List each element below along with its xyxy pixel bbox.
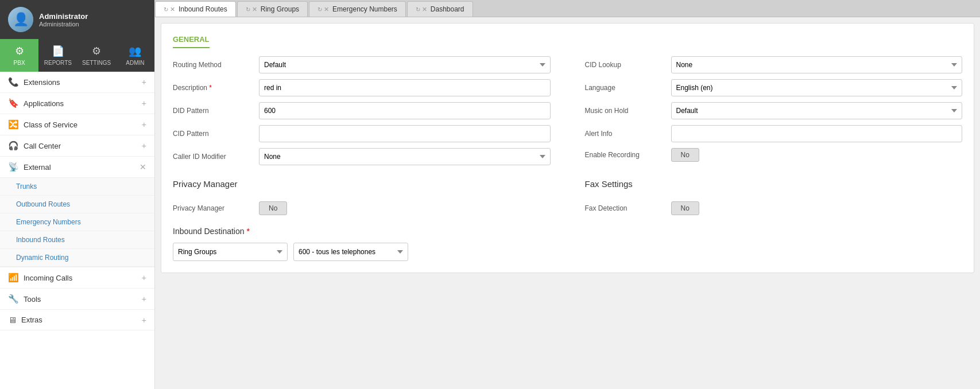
external-x-icon: ✕ bbox=[140, 162, 146, 172]
nav-reports[interactable]: 📄 REPORTS bbox=[38, 39, 77, 72]
tab-dashboard-refresh-icon[interactable]: ↻ bbox=[416, 6, 420, 13]
cid-lookup-label: CID Lookup bbox=[585, 61, 665, 69]
extras-plus-icon: + bbox=[142, 316, 146, 325]
content-area: GENERAL Routing Method Default Custom bbox=[155, 17, 980, 389]
caller-id-modifier-row: Caller ID Modifier None Custom bbox=[173, 148, 551, 165]
form-col-left: Routing Method Default Custom Descriptio… bbox=[173, 56, 568, 165]
fax-detection-label: Fax Detection bbox=[585, 204, 665, 212]
ic-plus-icon: + bbox=[142, 273, 146, 282]
avatar bbox=[8, 7, 33, 32]
reports-icon: 📄 bbox=[52, 45, 64, 57]
nav-pbx[interactable]: ⚙ PBX bbox=[0, 39, 38, 72]
tab-emergency-numbers-close-icon[interactable]: ✕ bbox=[324, 6, 329, 13]
user-header: Administrator Administration bbox=[0, 0, 154, 39]
pbx-icon: ⚙ bbox=[15, 45, 24, 57]
sidebar-item-applications[interactable]: 🔖 Applications + bbox=[0, 93, 154, 114]
tab-inbound-routes-label: Inbound Routes bbox=[179, 5, 227, 13]
inbound-destination-label: Inbound Destination * bbox=[173, 227, 962, 236]
tab-emergency-numbers-label: Emergency Numbers bbox=[332, 5, 397, 13]
call-center-label: Call Center bbox=[24, 142, 61, 150]
form-col-right: CID Lookup None Custom Language English … bbox=[568, 56, 963, 165]
alert-info-input[interactable] bbox=[671, 125, 963, 142]
applications-label: Applications bbox=[24, 99, 64, 108]
submenu-inbound-routes[interactable]: Inbound Routes bbox=[0, 231, 154, 249]
external-submenu: Trunks Outbound Routes Emergency Numbers… bbox=[0, 178, 154, 267]
music-on-hold-label: Music on Hold bbox=[585, 107, 665, 115]
sidebar-item-call-center[interactable]: 🎧 Call Center + bbox=[0, 135, 154, 157]
settings-icon: ⚙ bbox=[92, 45, 101, 57]
user-role: Administration bbox=[39, 21, 88, 28]
submenu-outbound-routes[interactable]: Outbound Routes bbox=[0, 196, 154, 213]
tab-dashboard[interactable]: ↻ ✕ Dashboard bbox=[407, 1, 473, 17]
description-input[interactable] bbox=[259, 79, 551, 96]
form-panel: GENERAL Routing Method Default Custom bbox=[161, 23, 974, 273]
main-area: ↻ ✕ Inbound Routes ↻ ✕ Ring Groups ↻ ✕ E… bbox=[155, 0, 980, 389]
tab-inbound-routes-refresh-icon[interactable]: ↻ bbox=[164, 6, 168, 13]
music-on-hold-select[interactable]: Default None bbox=[671, 102, 963, 119]
cid-pattern-input[interactable] bbox=[259, 125, 551, 142]
did-pattern-row: DID Pattern bbox=[173, 102, 551, 119]
admin-icon: 👥 bbox=[129, 45, 141, 57]
sidebar-item-external[interactable]: 📡 External ✕ bbox=[0, 157, 154, 178]
did-pattern-input[interactable] bbox=[259, 102, 551, 119]
privacy-manager-field-row: Privacy Manager No bbox=[173, 201, 551, 215]
tab-ring-groups-refresh-icon[interactable]: ↻ bbox=[246, 6, 250, 13]
external-icon: 📡 bbox=[8, 162, 19, 172]
nav-admin[interactable]: 👥 ADMIN bbox=[116, 39, 154, 72]
submenu-trunks[interactable]: Trunks bbox=[0, 178, 154, 196]
cid-lookup-row: CID Lookup None Custom bbox=[585, 56, 963, 73]
alert-info-label: Alert Info bbox=[585, 130, 665, 138]
language-select[interactable]: English (en) French (fr) bbox=[671, 79, 963, 96]
nav-icon-row: ⚙ PBX 📄 REPORTS ⚙ SETTINGS 👥 ADMIN bbox=[0, 39, 154, 72]
privacy-manager-toggle[interactable]: No bbox=[259, 201, 287, 215]
tab-emergency-numbers[interactable]: ↻ ✕ Emergency Numbers bbox=[309, 1, 406, 17]
sidebar-item-extensions[interactable]: 📞 Extensions + bbox=[0, 72, 154, 93]
description-row: Description bbox=[173, 79, 551, 96]
fax-detection-field-row: Fax Detection No bbox=[585, 201, 963, 215]
sidebar: Administrator Administration ⚙ PBX 📄 REP… bbox=[0, 0, 155, 389]
applications-icon: 🔖 bbox=[8, 98, 19, 108]
menu-items: 📞 Extensions + 🔖 Applications + 🔀 Class … bbox=[0, 72, 154, 330]
privacy-fax-row: Privacy Manager Privacy Manager No Fax S… bbox=[173, 177, 962, 215]
inbound-dest-type-select[interactable]: Ring Groups Extensions Voicemail bbox=[173, 243, 288, 261]
alert-info-row: Alert Info bbox=[585, 125, 963, 142]
nav-settings[interactable]: ⚙ SETTINGS bbox=[78, 39, 116, 72]
nav-reports-label: REPORTS bbox=[44, 60, 72, 66]
nav-pbx-label: PBX bbox=[14, 60, 25, 66]
tab-emergency-numbers-refresh-icon[interactable]: ↻ bbox=[317, 6, 322, 13]
caller-id-modifier-select[interactable]: None Custom bbox=[259, 148, 551, 165]
sidebar-item-class-of-service[interactable]: 🔀 Class of Service + bbox=[0, 114, 154, 135]
tab-dashboard-label: Dashboard bbox=[431, 5, 464, 13]
tools-label: Tools bbox=[24, 295, 41, 304]
tab-ring-groups-close-icon[interactable]: ✕ bbox=[252, 6, 257, 13]
sidebar-item-tools[interactable]: 🔧 Tools + bbox=[0, 289, 154, 310]
submenu-emergency-numbers[interactable]: Emergency Numbers bbox=[0, 213, 154, 231]
tab-ring-groups-label: Ring Groups bbox=[261, 5, 299, 13]
dynamic-routing-label: Dynamic Routing bbox=[16, 254, 68, 262]
incoming-calls-label: Incoming Calls bbox=[24, 274, 72, 282]
tools-plus-icon: + bbox=[142, 294, 146, 304]
cid-lookup-select[interactable]: None Custom bbox=[671, 56, 963, 73]
tab-inbound-routes-close-icon[interactable]: ✕ bbox=[170, 6, 175, 13]
sidebar-item-incoming-calls[interactable]: 📶 Incoming Calls + bbox=[0, 267, 154, 289]
phone-icon: 📞 bbox=[8, 77, 19, 87]
privacy-manager-col: Privacy Manager Privacy Manager No bbox=[173, 177, 568, 215]
enable-recording-toggle[interactable]: No bbox=[671, 148, 699, 162]
nav-settings-label: SETTINGS bbox=[82, 60, 111, 66]
submenu-dynamic-routing[interactable]: Dynamic Routing bbox=[0, 249, 154, 267]
cos-plus-icon: + bbox=[142, 120, 146, 129]
tab-inbound-routes[interactable]: ↻ ✕ Inbound Routes bbox=[155, 1, 236, 17]
sidebar-item-extras[interactable]: 🖥 Extras + bbox=[0, 310, 154, 330]
fax-settings-heading: Fax Settings bbox=[585, 179, 963, 189]
fax-detection-toggle[interactable]: No bbox=[671, 201, 699, 215]
tab-ring-groups[interactable]: ↻ ✕ Ring Groups bbox=[237, 1, 308, 17]
routing-method-row: Routing Method Default Custom bbox=[173, 56, 551, 73]
inbound-dest-value-select[interactable]: 600 - tous les telephones bbox=[293, 243, 408, 261]
tab-dashboard-close-icon[interactable]: ✕ bbox=[422, 6, 427, 13]
class-of-service-icon: 🔀 bbox=[8, 119, 19, 130]
routing-method-select[interactable]: Default Custom bbox=[259, 56, 551, 73]
caller-id-modifier-label: Caller ID Modifier bbox=[173, 153, 253, 161]
tools-icon: 🔧 bbox=[8, 294, 19, 304]
language-row: Language English (en) French (fr) bbox=[585, 79, 963, 96]
form-grid: Routing Method Default Custom Descriptio… bbox=[173, 56, 962, 165]
